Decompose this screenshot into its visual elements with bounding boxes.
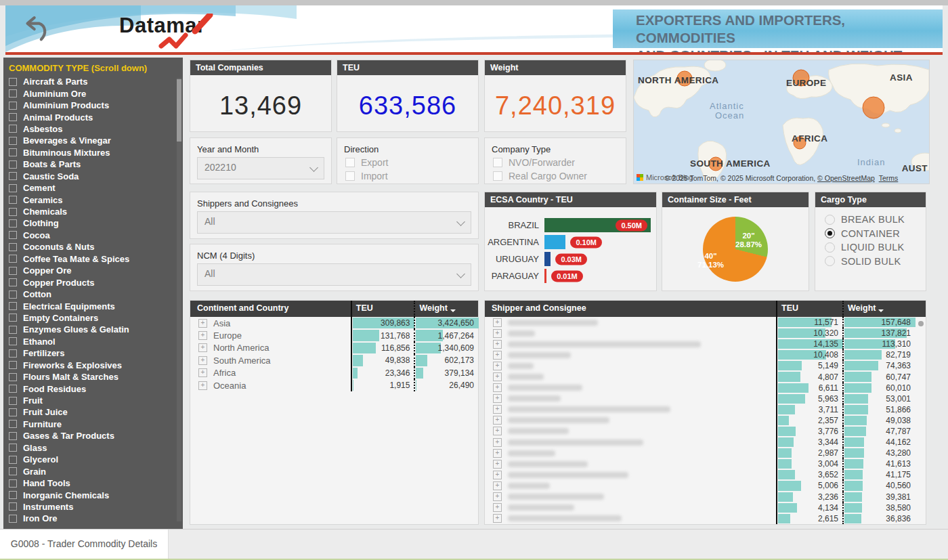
checkbox-icon[interactable] [9, 102, 17, 110]
commodity-list-item[interactable]: Bituminous Mixtures [3, 147, 183, 158]
commodity-list-item[interactable]: Grain [3, 465, 183, 477]
table-row[interactable]: 4,807 60,747 [485, 371, 926, 382]
expand-icon[interactable] [493, 362, 502, 370]
expand-icon[interactable] [493, 340, 502, 349]
ncm-dropdown[interactable]: All [197, 263, 471, 286]
expand-icon[interactable] [493, 481, 502, 490]
checkbox-icon[interactable] [9, 515, 17, 523]
checkbox-icon[interactable] [9, 219, 17, 228]
commodity-list-item[interactable]: Cement [3, 182, 183, 194]
checkbox-icon[interactable] [9, 385, 17, 393]
checkbox-icon[interactable] [9, 89, 17, 98]
checkbox-option[interactable]: Export [337, 156, 478, 169]
bar[interactable]: 0.03M [544, 252, 551, 266]
year-month-dropdown[interactable]: 202210 [197, 157, 324, 179]
expand-icon[interactable] [198, 381, 207, 390]
checkbox-option[interactable]: Real Cargo Owner [485, 169, 626, 183]
commodity-list-item[interactable]: Cotton [3, 288, 183, 300]
commodity-list-item[interactable]: Chemicals [3, 206, 183, 217]
table-row[interactable]: South America 49,838 602,173 [190, 354, 478, 366]
expand-icon[interactable] [493, 372, 502, 381]
expand-icon[interactable] [493, 329, 502, 338]
checkbox-icon[interactable] [9, 337, 17, 345]
osm-link[interactable]: © OpenStreetMap [817, 174, 875, 182]
radio-icon[interactable] [825, 215, 835, 225]
checkbox-icon[interactable] [9, 467, 17, 475]
table-row[interactable]: 4,134 38,580 [485, 502, 926, 513]
radio-icon[interactable] [825, 228, 835, 238]
terms-link[interactable]: Terms [879, 174, 899, 182]
checkbox-icon[interactable] [9, 184, 17, 192]
bar[interactable]: 0.01M [544, 269, 546, 283]
checkbox-icon[interactable] [345, 171, 355, 181]
commodity-list-item[interactable]: Beverages & Vinegar [3, 135, 183, 146]
commodity-list-item[interactable]: Fertilizers [3, 347, 183, 359]
checkbox-icon[interactable] [9, 326, 17, 334]
expand-icon[interactable] [493, 471, 502, 479]
checkbox-icon[interactable] [9, 502, 17, 511]
commodity-list-item[interactable]: Coconuts & Nuts [3, 241, 183, 253]
expand-icon[interactable] [198, 368, 207, 377]
table-row[interactable]: 11,571 157,648 [485, 317, 926, 328]
checkbox-icon[interactable] [9, 361, 17, 369]
table-row[interactable]: 3,344 44,162 [485, 437, 926, 448]
column-header[interactable]: TEU [351, 301, 414, 317]
expand-icon[interactable] [493, 351, 502, 360]
checkbox-icon[interactable] [9, 479, 17, 488]
expand-icon[interactable] [493, 492, 502, 501]
shippers-dropdown[interactable]: All [197, 211, 471, 234]
commodity-list-item[interactable]: Empty Containers [3, 312, 183, 324]
checkbox-icon[interactable] [9, 278, 17, 286]
checkbox-icon[interactable] [9, 231, 17, 239]
commodity-list-item[interactable]: Cocoa [3, 230, 183, 241]
commodity-list-item[interactable]: Aluminium Ore [3, 87, 183, 99]
commodity-list-item[interactable]: Hand Tools [3, 477, 183, 489]
radio-option[interactable]: CONTAINER [815, 227, 926, 241]
table-row[interactable]: 3,711 51,866 [485, 404, 926, 415]
commodity-list-item[interactable]: Clothing [3, 217, 183, 229]
checkbox-icon[interactable] [9, 491, 17, 499]
checkbox-icon[interactable] [9, 290, 17, 299]
commodity-list-item[interactable]: Caustic Soda [3, 171, 183, 182]
checkbox-icon[interactable] [9, 208, 17, 216]
table-row[interactable]: Europe 131,768 1,467,264 [190, 329, 478, 341]
commodity-list-item[interactable]: Boats & Parts [3, 158, 183, 170]
container-size-pie[interactable] [703, 217, 768, 282]
commodity-list-item[interactable]: Food Residues [3, 383, 183, 394]
radio-option[interactable]: SOLID BULK [815, 255, 926, 269]
commodity-list-item[interactable]: Glass [3, 442, 183, 454]
sidebar-scrollbar[interactable] [177, 78, 181, 521]
checkbox-icon[interactable] [9, 302, 17, 310]
commodity-list-item[interactable]: Inorganic Chemicals [3, 489, 183, 500]
commodity-list-item[interactable]: Iron Ore [3, 513, 183, 524]
radio-option[interactable]: LIQUID BULK [815, 240, 926, 255]
expand-icon[interactable] [493, 405, 502, 414]
expand-icon[interactable] [198, 343, 207, 352]
commodity-list-item[interactable]: Fruit [3, 395, 183, 406]
expand-icon[interactable] [493, 514, 502, 523]
expand-icon[interactable] [198, 356, 207, 365]
radio-icon[interactable] [825, 256, 835, 266]
checkbox-icon[interactable] [9, 397, 17, 405]
column-header[interactable]: TEU [776, 301, 842, 317]
commodity-list-item[interactable]: Fireworks & Explosives [3, 360, 183, 371]
checkbox-icon[interactable] [345, 158, 355, 167]
table-row[interactable]: 5,963 53,001 [485, 393, 926, 404]
commodity-list-item[interactable]: Fruit Juice [3, 406, 183, 418]
checkbox-icon[interactable] [9, 456, 17, 464]
checkbox-icon[interactable] [9, 444, 17, 452]
table-row[interactable]: Asia 309,863 3,424,650 [190, 317, 478, 329]
expand-icon[interactable] [493, 383, 502, 392]
checkbox-icon[interactable] [9, 160, 17, 169]
checkbox-icon[interactable] [493, 171, 502, 181]
column-header[interactable]: Weight [842, 301, 907, 317]
table-row[interactable]: 6,611 60,010 [485, 383, 926, 393]
checkbox-icon[interactable] [9, 255, 17, 263]
commodity-list-item[interactable]: Ethanol [3, 336, 183, 347]
world-map-visual[interactable]: NORTH AMERICA EUROPE ASIA AFRICA SOUTH A… [633, 60, 930, 184]
tab-trader-commodity-details[interactable]: G0008 - Trader Commodity Details [0, 530, 169, 559]
checkbox-icon[interactable] [493, 158, 502, 167]
commodity-list-item[interactable]: Coffee Tea Mate & Spices [3, 253, 183, 265]
checkbox-icon[interactable] [9, 172, 17, 180]
expand-icon[interactable] [493, 318, 502, 327]
